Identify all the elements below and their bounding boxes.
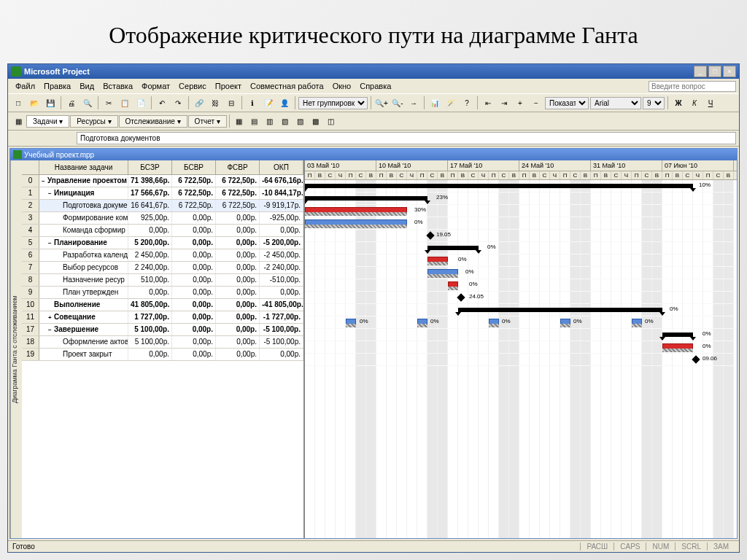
cell-bszr[interactable]: 2 240,00р. (128, 262, 172, 273)
show-select[interactable]: Показать (545, 97, 589, 109)
close-button[interactable]: × (723, 66, 736, 77)
gantt-row[interactable]: 0% (305, 242, 737, 254)
cell-bsvr[interactable]: 0,00р. (172, 274, 216, 286)
tab-view3-button[interactable]: ▥ (263, 114, 277, 128)
cell-bsvr[interactable]: 0,00р. (172, 212, 216, 224)
row-number[interactable]: 3 (22, 212, 39, 224)
task-name[interactable]: Выбор ресурсов (39, 262, 128, 273)
table-row[interactable]: 11+Совещание1 727,00р.0,00р.0,00р.-1 727… (22, 311, 303, 324)
col-fsvr[interactable]: ФСВР (216, 160, 260, 174)
new-button[interactable]: □ (11, 96, 26, 110)
wizard-button[interactable]: 🪄 (444, 96, 458, 110)
col-bsvr[interactable]: БСВР (172, 160, 216, 174)
row-number[interactable]: 4 (22, 225, 39, 236)
cell-okp[interactable]: -64 676,16р. (260, 175, 303, 187)
cell-fsvr[interactable]: 0,00р. (216, 311, 260, 323)
paste-button[interactable]: 📄 (133, 96, 148, 110)
cell-bszr[interactable]: 0,00р. (128, 225, 172, 236)
cell-fsvr[interactable]: 0,00р. (216, 212, 260, 224)
task-name[interactable]: −Завершение (39, 324, 128, 335)
col-okp[interactable]: ОКП (260, 160, 303, 174)
cell-bsvr[interactable]: 0,00р. (172, 287, 216, 298)
fontsize-select[interactable]: 9 (643, 97, 665, 109)
preview-button[interactable]: 🔍 (80, 96, 95, 110)
cell-okp[interactable]: -5 200,00р. (260, 237, 303, 249)
italic-button[interactable]: К (687, 96, 702, 110)
cell-bszr[interactable]: 5 100,00р. (128, 324, 172, 335)
task-name[interactable]: Формирование ком (39, 212, 128, 224)
cell-bszr[interactable]: 5 200,00р. (128, 237, 172, 249)
row-number[interactable]: 11 (22, 311, 39, 323)
gantt-row[interactable]: 0% (305, 329, 737, 341)
gantt-row[interactable]: 0% (305, 341, 737, 354)
tab-resources[interactable]: Ресурсы ▾ (70, 115, 117, 128)
cell-okp[interactable]: -10 844,17р. (260, 187, 303, 199)
col-bszr[interactable]: БСЗР (128, 160, 172, 174)
row-number[interactable]: 10 (22, 299, 39, 311)
row-number[interactable]: 6 (22, 249, 39, 261)
gantt-row[interactable]: 0% (305, 254, 737, 267)
tab-view4-button[interactable]: ▧ (278, 114, 293, 128)
menu-view[interactable]: Вид (75, 80, 98, 92)
gantt-body[interactable]: 10%23%30%0%19.050%0%0%0%24.050%0%0%0%0%0… (305, 180, 737, 538)
menu-format[interactable]: Формат (137, 80, 174, 92)
cell-bszr[interactable]: 17 566,67р. (128, 187, 172, 199)
row-number[interactable]: 18 (22, 336, 39, 348)
table-row[interactable]: 9План утвержден0,00р.0,00р.0,00р.0,00р. (22, 287, 303, 299)
cell-bsvr[interactable]: 0,00р. (172, 237, 216, 249)
goto-button[interactable]: → (406, 96, 421, 110)
gantt-button[interactable]: 📊 (427, 96, 442, 110)
cell-bsvr[interactable]: 0,00р. (172, 324, 216, 335)
menu-edit[interactable]: Правка (39, 80, 75, 92)
gantt-row[interactable]: 09.06 (305, 354, 737, 366)
cell-bszr[interactable]: 41 805,00р. (128, 299, 172, 311)
row-number[interactable]: 8 (22, 274, 39, 286)
table-row[interactable]: 19Проект закрыт0,00р.0,00р.0,00р.0,00р. (22, 349, 303, 361)
task-name[interactable]: Оформление актов (39, 336, 128, 348)
cell-fsvr[interactable]: 6 722,50р. (216, 187, 260, 199)
cell-bsvr[interactable]: 6 722,50р. (172, 200, 216, 211)
cell-bsvr[interactable]: 0,00р. (172, 311, 216, 323)
cell-bszr[interactable]: 2 450,00р. (128, 249, 172, 261)
gantt-row[interactable]: 19.05 (305, 230, 737, 242)
cell-fsvr[interactable]: 0,00р. (216, 262, 260, 273)
table-row[interactable]: 8Назначение ресур510,00р.0,00р.0,00р.-51… (22, 274, 303, 287)
cell-fsvr[interactable]: 0,00р. (216, 249, 260, 261)
link-button[interactable]: 🔗 (192, 96, 206, 110)
cell-bszr[interactable]: 510,00р. (128, 274, 172, 286)
table-row[interactable]: 17−Завершение5 100,00р.0,00р.0,00р.-5 10… (22, 324, 303, 336)
tab-view5-button[interactable]: ▨ (293, 114, 308, 128)
menu-project[interactable]: Проект (211, 80, 246, 92)
cell-fsvr[interactable]: 0,00р. (216, 324, 260, 335)
cell-okp[interactable]: -1 727,00р. (260, 311, 303, 323)
table-row[interactable]: 2Подготовка докуме16 641,67р.6 722,50р.6… (22, 200, 303, 212)
gantt-row[interactable]: 0% (305, 304, 737, 316)
gantt-bar[interactable] (427, 246, 479, 250)
cell-fsvr[interactable]: 0,00р. (216, 299, 260, 311)
row-number[interactable]: 2 (22, 200, 39, 211)
cell-bszr[interactable]: 5 100,00р. (128, 336, 172, 348)
indent-button[interactable]: ⇥ (497, 96, 511, 110)
cell-fsvr[interactable]: 0,00р. (216, 225, 260, 236)
tab-tasks[interactable]: Задачи ▾ (26, 115, 69, 128)
row-number[interactable]: 9 (22, 287, 39, 298)
cell-okp[interactable]: -2 240,00р. (260, 262, 303, 273)
gantt-row[interactable]: 0% (305, 279, 737, 292)
collapse-button[interactable]: − (529, 96, 543, 110)
cell-bszr[interactable]: 925,00р. (128, 212, 172, 224)
gantt-row[interactable]: 0%0%0%0%0% (305, 316, 737, 329)
cell-okp[interactable]: -5 100,00р. (260, 324, 303, 335)
maximize-button[interactable]: □ (708, 66, 721, 77)
cell-okp[interactable]: -510,00р. (260, 274, 303, 286)
task-name[interactable]: Выполнение (39, 299, 128, 311)
cell-okp[interactable]: 0,00р. (260, 349, 303, 360)
underline-button[interactable]: Ч (703, 96, 718, 110)
task-name[interactable]: Разработка календ (39, 249, 128, 261)
font-select[interactable]: Arial (590, 97, 641, 109)
cut-button[interactable]: ✂ (101, 96, 116, 110)
task-name[interactable]: −Управление проектом (39, 175, 128, 187)
grouping-select[interactable]: Нет группировки (298, 97, 368, 109)
save-button[interactable]: 💾 (43, 96, 58, 110)
cell-okp[interactable]: -2 450,00р. (260, 249, 303, 261)
cell-bsvr[interactable]: 6 722,50р. (172, 175, 216, 187)
